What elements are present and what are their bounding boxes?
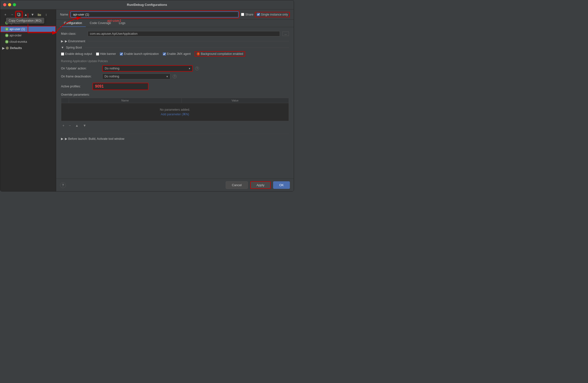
warning-icon: ! <box>197 52 200 56</box>
policies-section: Running Application Update Policies On '… <box>61 59 289 79</box>
add-param-link[interactable]: Add parameter (⌘N) <box>63 112 287 120</box>
enable-launch-optimization-checkbox[interactable] <box>120 52 123 56</box>
single-instance-box: Single instance only <box>255 12 290 17</box>
hide-banner-checkbox[interactable] <box>96 52 99 56</box>
override-params-section: Override parameters: Name Value <box>61 93 289 129</box>
enable-jmx-agent-checkbox[interactable] <box>163 52 166 56</box>
name-annotation: api-user1 <box>107 19 121 22</box>
enable-jmx-agent-checkbox-label[interactable]: Enable JMX agent <box>163 52 191 56</box>
sidebar: + − Copy Configuration (⌘D) ▲ ▼ ↕ ⚙ api-… <box>0 9 56 191</box>
params-col-name: Name <box>69 98 182 103</box>
before-launch-label: ▶ Before launch: Build, Activate tool wi… <box>65 137 125 140</box>
spring-boot-section: ▼ Spring Boot Enable debug output Hide b… <box>61 46 289 129</box>
move-up-button[interactable]: ▲ <box>22 11 29 18</box>
on-frame-help-icon[interactable]: ? <box>173 75 177 78</box>
before-launch-header[interactable]: ▶ ▶ Before launch: Build, Activate tool … <box>61 137 289 140</box>
single-instance-label: Single instance only <box>261 13 288 16</box>
copy-config-button[interactable] <box>16 11 22 18</box>
ok-button[interactable]: OK <box>273 181 290 189</box>
on-frame-deactivation-select-wrapper: Do nothing Update resources Update class… <box>102 74 170 79</box>
spring-icon-4: ⚙ <box>5 40 8 43</box>
main-class-label: Main class: <box>61 32 85 36</box>
before-launch-section: ▶ ▶ Before launch: Build, Activate tool … <box>61 134 289 140</box>
spring-boot-section-header[interactable]: ▼ Spring Boot <box>61 46 289 49</box>
share-checkbox[interactable] <box>241 13 244 16</box>
params-remove-button[interactable]: − <box>67 123 72 128</box>
add-config-button[interactable]: + <box>2 11 8 18</box>
footer-left: ? <box>60 182 66 188</box>
environment-section-header[interactable]: ▶ ▶ Environment <box>61 39 289 43</box>
defaults-icon <box>6 46 9 50</box>
svg-point-2 <box>6 47 9 50</box>
background-compilation-label: Background compilation enabled <box>201 52 243 56</box>
on-update-help-icon[interactable]: ? <box>195 66 199 70</box>
params-toolbar: + − ▲ ▼ <box>61 122 289 129</box>
hide-banner-label: Hide banner <box>100 52 116 56</box>
checkboxes-row: Enable debug output Hide banner Enable l… <box>61 51 289 57</box>
share-area: Share Single instance only <box>241 12 290 17</box>
on-update-action-row: On 'Update' action: Do nothing Update re… <box>61 65 289 72</box>
tab-configuration[interactable]: Configuration <box>60 20 86 27</box>
enable-debug-output-checkbox[interactable] <box>61 52 64 56</box>
name-label: Name <box>60 13 68 16</box>
params-table: Name Value No parameters added. Add para… <box>61 98 289 121</box>
chevron-right-icon-env: ▶ <box>61 39 63 43</box>
sidebar-toolbar: + − Copy Configuration (⌘D) ▲ ▼ ↕ <box>0 10 56 19</box>
active-profiles-row: Active profiles: <box>61 83 289 90</box>
sidebar-item-api-user-1[interactable]: ⚙ api-user (1) <box>0 26 56 32</box>
environment-label: ▶ Environment <box>65 39 85 43</box>
params-col-value: Value <box>181 98 289 103</box>
main-class-input[interactable]: com.wu.apiuser.ApiUserApplication <box>88 31 280 37</box>
name-input[interactable]: api-user (1) <box>70 11 239 18</box>
move-down-button[interactable]: ▼ <box>29 11 36 18</box>
maximize-button[interactable] <box>13 3 16 6</box>
main-layout: + − Copy Configuration (⌘D) ▲ ▼ ↕ ⚙ api-… <box>0 9 294 191</box>
sidebar-tree: ⚙ api-user ⚙ api-user (1) ⚙ api-order ⚙ … <box>0 19 56 191</box>
params-move-down-button[interactable]: ▼ <box>81 123 88 128</box>
window-controls[interactable] <box>3 3 16 6</box>
env-divider <box>88 41 289 41</box>
sort-button[interactable]: ↕ <box>43 11 49 18</box>
footer-right: Cancel Apply OK <box>226 181 290 189</box>
apply-button[interactable]: Apply <box>250 181 271 189</box>
on-frame-deactivation-row: On frame deactivation: Do nothing Update… <box>61 74 289 79</box>
params-move-up-button[interactable]: ▲ <box>74 123 80 128</box>
policies-header: Running Application Update Policies <box>61 59 289 63</box>
params-col-check <box>61 98 69 103</box>
active-profiles-input[interactable] <box>93 83 148 90</box>
on-frame-deactivation-label: On frame deactivation: <box>61 75 100 78</box>
sidebar-item-cloud-eureka[interactable]: ⚙ cloud-eureka <box>0 38 56 45</box>
window-title: Run/Debug Configurations <box>127 3 167 7</box>
on-frame-deactivation-select[interactable]: Do nothing Update resources Update class… <box>102 74 170 79</box>
chevron-right-icon-bl: ▶ <box>61 137 63 140</box>
folder-button[interactable] <box>36 11 42 18</box>
chevron-down-icon-sb: ▼ <box>61 46 64 49</box>
minimize-button[interactable] <box>8 3 11 6</box>
copy-config-tooltip: Copy Configuration (⌘D) <box>6 18 44 23</box>
on-update-select[interactable]: Do nothing Update resources Update class… <box>102 65 193 72</box>
content-area: Name api-user (1) api-user1 Share Single… <box>56 9 294 191</box>
cancel-button[interactable]: Cancel <box>226 181 248 189</box>
enable-launch-optimization-checkbox-label[interactable]: Enable launch optimization <box>120 52 159 56</box>
main-class-browse-button[interactable]: ... <box>282 32 289 36</box>
enable-debug-output-checkbox-label[interactable]: Enable debug output <box>61 52 92 56</box>
on-update-action-label: On 'Update' action: <box>61 67 100 70</box>
sidebar-item-api-order[interactable]: ⚙ api-order <box>0 32 56 38</box>
spring-icon-2: ⚙ <box>5 27 8 31</box>
remove-config-button[interactable]: − <box>9 11 15 18</box>
hide-banner-checkbox-label[interactable]: Hide banner <box>96 52 116 56</box>
background-compilation-box: ! Background compilation enabled <box>195 51 245 57</box>
single-instance-checkbox[interactable] <box>257 13 260 16</box>
params-add-button[interactable]: + <box>61 123 66 128</box>
sb-divider <box>85 48 289 48</box>
close-button[interactable] <box>3 3 6 6</box>
params-empty-row: No parameters added. Add parameter (⌘N) <box>61 103 289 121</box>
footer: ? Cancel Apply OK <box>56 179 294 191</box>
share-checkbox-label[interactable]: Share <box>241 13 253 16</box>
tabs-bar: Configuration Code Coverage Logs <box>56 20 294 27</box>
config-panel: Main class: com.wu.apiuser.ApiUserApplic… <box>56 27 294 179</box>
sidebar-item-defaults[interactable]: ▶ Defaults <box>0 45 56 51</box>
on-update-select-wrapper: Do nothing Update resources Update class… <box>102 65 193 72</box>
help-button[interactable]: ? <box>60 182 66 188</box>
title-bar: Run/Debug Configurations <box>0 0 294 9</box>
